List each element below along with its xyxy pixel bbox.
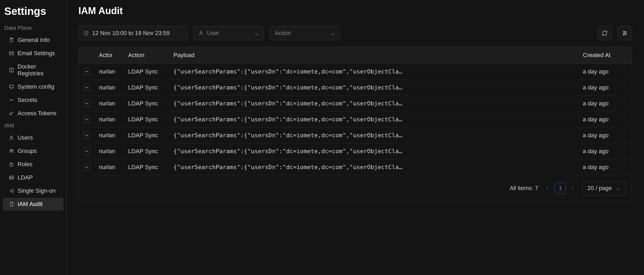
cell-actor: nurlan [95, 80, 124, 96]
expand-row-button[interactable]: + [83, 148, 90, 155]
svg-rect-4 [10, 85, 14, 88]
svg-point-5 [10, 100, 11, 100]
user-filter-select[interactable]: User [193, 26, 264, 40]
page-size-label: 20 / page [587, 185, 612, 192]
next-page-button[interactable] [570, 185, 576, 191]
action-filter-placeholder: Action [275, 30, 291, 37]
svg-point-16 [200, 31, 202, 33]
users-icon [9, 148, 14, 154]
filter-toolbar: 12 Nov 10:00 to 19 Nov 23:59 User Action [78, 26, 632, 40]
table-row: +nurlanLDAP Sync{"userSearchParams":{"us… [79, 159, 632, 175]
expand-row-button[interactable]: + [83, 164, 90, 171]
sidebar-item-label: Email Settings [18, 50, 55, 57]
cell-created: a day ago [579, 111, 632, 127]
audit-table: Actor Action Payload Created At +nurlanL… [79, 47, 632, 175]
sidebar-item-iam-audit[interactable]: IAM Audit [3, 198, 64, 210]
cell-payload: {"userSearchParams":{"usersDn":"dc=iomet… [169, 143, 579, 159]
filter-settings-button[interactable] [618, 26, 632, 40]
sidebar-item-system-config[interactable]: System config [3, 80, 64, 93]
key-icon [9, 110, 14, 116]
sidebar-item-label: Docker Registries [18, 63, 58, 77]
table-header-action: Action [124, 47, 169, 64]
page-title: IAM Audit [78, 5, 632, 16]
cell-actor: nurlan [95, 159, 124, 175]
date-range-picker[interactable]: 12 Nov 10:00 to 19 Nov 23:59 [78, 26, 187, 40]
pager: 1 [545, 183, 576, 194]
sidebar-item-access-tokens[interactable]: Access Tokens [3, 107, 64, 120]
cell-payload: {"userSearchParams":{"usersDn":"dc=iomet… [169, 80, 579, 96]
mail-icon [9, 50, 14, 56]
sidebar-item-general-info[interactable]: General Info [3, 34, 64, 46]
chevron-down-icon [331, 31, 335, 35]
cell-payload: {"userSearchParams":{"usersDn":"dc=iomet… [169, 64, 579, 80]
svg-point-9 [11, 136, 12, 138]
cell-action: LDAP Sync [124, 80, 169, 96]
sidebar-item-label: System config [18, 83, 54, 90]
chevron-down-icon [616, 186, 620, 190]
sidebar-item-secrets[interactable]: Secrets [3, 94, 64, 106]
cell-created: a day ago [579, 127, 632, 143]
action-filter-select[interactable]: Action [270, 26, 340, 40]
expand-row-button[interactable]: + [83, 68, 90, 75]
main-content: IAM Audit 12 Nov 10:00 to 19 Nov 23:59 U… [66, 0, 644, 275]
idcard-icon [9, 175, 14, 181]
cell-action: LDAP Sync [124, 96, 169, 111]
cell-actor: nurlan [95, 64, 124, 80]
sidebar-title: Settings [0, 3, 66, 23]
svg-point-11 [12, 149, 13, 151]
date-range-value: 12 Nov 10:00 to 19 Nov 23:59 [92, 30, 170, 37]
svg-point-8 [10, 113, 11, 115]
table-row: +nurlanLDAP Sync{"userSearchParams":{"us… [79, 96, 632, 111]
table-row: +nurlanLDAP Sync{"userSearchParams":{"us… [79, 143, 632, 159]
sidebar-item-groups[interactable]: Groups [3, 145, 64, 157]
audit-table-container: Actor Action Payload Created At +nurlanL… [78, 47, 632, 201]
table-row: +nurlanLDAP Sync{"userSearchParams":{"us… [79, 127, 632, 143]
svg-point-18 [625, 33, 626, 34]
sidebar-item-label: Users [18, 134, 33, 141]
table-header-payload: Payload [169, 47, 579, 64]
user-filter-placeholder: User [207, 30, 219, 37]
cell-payload: {"userSearchParams":{"usersDn":"dc=iomet… [169, 127, 579, 143]
sidebar-item-docker-registries[interactable]: Docker Registries [3, 60, 64, 80]
sidebar-item-users[interactable]: Users [3, 131, 64, 144]
svg-rect-13 [10, 176, 14, 179]
sidebar-item-label: General Info [18, 37, 50, 44]
svg-point-6 [11, 100, 12, 100]
svg-rect-12 [10, 164, 13, 166]
monitor-icon [9, 84, 14, 90]
refresh-button[interactable] [597, 26, 612, 40]
table-header-expand [79, 47, 95, 64]
clipboard-icon [9, 37, 14, 43]
expand-row-button[interactable]: + [83, 100, 90, 107]
table-row: +nurlanLDAP Sync{"userSearchParams":{"us… [79, 111, 632, 127]
sidebar-item-email-settings[interactable]: Email Settings [3, 47, 64, 60]
prev-page-button[interactable] [545, 185, 551, 191]
svg-point-10 [10, 149, 12, 151]
expand-row-button[interactable]: + [83, 84, 90, 91]
login-icon [9, 188, 14, 194]
cell-payload: {"userSearchParams":{"usersDn":"dc=iomet… [169, 159, 579, 175]
page-size-select[interactable]: 20 / page [582, 181, 625, 195]
expand-row-button[interactable]: + [83, 116, 90, 123]
page-number-1[interactable]: 1 [555, 183, 566, 194]
sidebar-item-label: LDAP [18, 174, 33, 181]
table-row: +nurlanLDAP Sync{"userSearchParams":{"us… [79, 80, 632, 96]
cell-payload: {"userSearchParams":{"usersDn":"dc=iomet… [169, 96, 579, 111]
book-icon [9, 67, 14, 73]
svg-rect-2 [10, 52, 14, 55]
cell-actor: nurlan [95, 143, 124, 159]
sidebar-item-roles[interactable]: Roles [3, 158, 64, 171]
sidebar-item-ldap[interactable]: LDAP [3, 171, 64, 184]
cell-actor: nurlan [95, 127, 124, 143]
user-icon [9, 135, 14, 141]
sidebar-item-sso[interactable]: Single Sign-on [3, 184, 64, 197]
cell-action: LDAP Sync [124, 143, 169, 159]
cell-created: a day ago [579, 96, 632, 111]
sidebar-item-label: Secrets [18, 97, 37, 104]
expand-row-button[interactable]: + [83, 132, 90, 139]
cell-created: a day ago [579, 80, 632, 96]
settings-sidebar: Settings Data PlaneGeneral InfoEmail Set… [0, 0, 66, 275]
svg-point-14 [10, 177, 11, 178]
cell-created: a day ago [579, 64, 632, 80]
sidebar-item-label: Single Sign-on [18, 187, 56, 194]
